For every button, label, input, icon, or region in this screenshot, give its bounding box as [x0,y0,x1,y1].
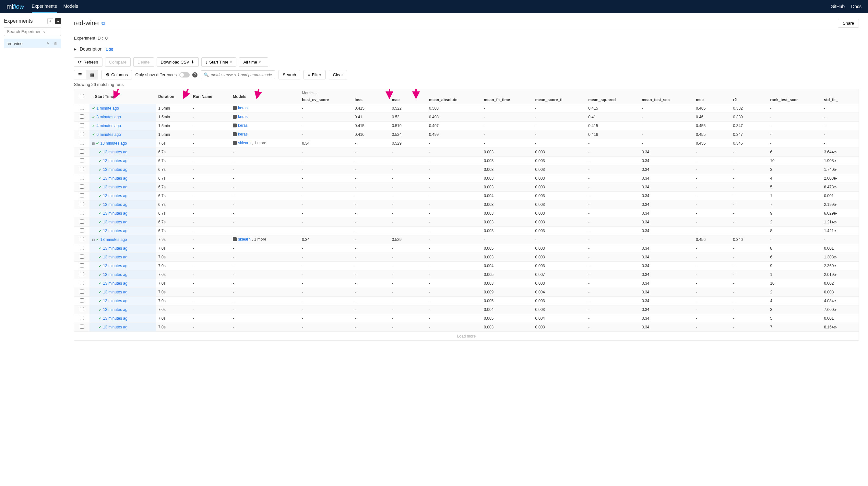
nav-link-github[interactable]: GitHub [831,4,845,9]
add-experiment-icon[interactable]: + [47,18,53,24]
row-checkbox[interactable] [80,263,84,268]
table-row[interactable]: ✔ 4 minutes ago1.5min-keras-0.4150.5190.… [74,122,859,130]
row-checkbox[interactable] [80,316,84,320]
run-link[interactable]: ✔ 13 minutes ag [99,290,127,294]
col-mae[interactable]: mae [389,96,426,104]
table-row[interactable]: ✔ 13 minutes ag7.0s------0.0090.004-0.34… [74,288,859,297]
run-link[interactable]: ✔ 13 minutes ag [99,185,127,189]
table-row[interactable]: ✔ 13 minutes ag6.7s------0.0030.003-0.34… [74,226,859,235]
diff-toggle[interactable] [179,72,190,78]
run-link[interactable]: ✔ 13 minutes ag [99,316,127,321]
search-experiments-input[interactable] [4,27,61,36]
caret-right-icon[interactable]: ▶ [74,47,76,51]
run-link[interactable]: ✔ 4 minutes ago [92,124,121,128]
row-checkbox[interactable] [80,272,84,276]
run-link[interactable]: ✔ 13 minutes ag [99,202,127,207]
col-r2[interactable]: r2 [731,96,768,104]
run-link[interactable]: ✔ 13 minutes ag [99,211,127,216]
metrics-group-header[interactable]: Metrics < [299,89,859,96]
table-row[interactable]: ✔ 13 minutes ag7.0s------0.0050.007-0.34… [74,270,859,279]
col-models[interactable]: Models [230,89,299,104]
run-link[interactable]: ✔ 13 minutes ag [99,255,127,260]
col-start-time[interactable]: ↓ Start Time [90,89,156,104]
table-row[interactable]: ✔ 13 minutes ag6.7s------0.0030.003-0.34… [74,165,859,174]
select-all-checkbox[interactable] [80,94,84,98]
columns-button[interactable]: ⚙Columns [101,70,132,80]
copy-icon[interactable]: ⧉ [101,21,105,26]
model-badge[interactable]: sklearn, 1 more [233,237,266,242]
row-checkbox[interactable] [80,281,84,285]
row-checkbox[interactable] [80,132,84,136]
row-checkbox[interactable] [80,202,84,206]
sort-dropdown[interactable]: ↓Start Time ▾ [202,57,237,67]
run-link[interactable]: ✔ 13 minutes ag [99,193,127,198]
run-link[interactable]: ✔ 13 minutes ag [99,158,127,163]
run-link[interactable]: ✔ 13 minutes ago [96,141,127,146]
row-checkbox[interactable] [80,158,84,162]
model-badge[interactable]: keras [233,132,247,136]
table-row[interactable]: ✔ 13 minutes ag6.7s------0.0040.003-0.34… [74,192,859,201]
filter-button[interactable]: ≡Filter [304,70,325,80]
row-checkbox[interactable] [80,325,84,329]
row-checkbox[interactable] [80,149,84,154]
table-row[interactable]: ⊟✔ 13 minutes ago7.6s-sklearn, 1 more0.3… [74,139,859,148]
run-link[interactable]: ✔ 13 minutes ag [99,229,127,233]
delete-icon[interactable]: 🗑 [53,40,58,47]
model-badge[interactable]: keras [233,106,247,110]
row-checkbox[interactable] [80,254,84,259]
run-link[interactable]: ✔ 13 minutes ag [99,167,127,172]
table-row[interactable]: ✔ 13 minutes ag6.7s------0.0030.003-0.34… [74,157,859,165]
search-button[interactable]: Search [279,70,300,80]
delete-button[interactable]: Delete [133,57,154,67]
nav-tab-models[interactable]: Models [64,0,78,13]
collapse-icon[interactable]: ⊟ [92,142,95,145]
row-checkbox[interactable] [80,307,84,311]
col-mean-squared[interactable]: mean_squared [586,96,639,104]
row-checkbox[interactable] [80,115,84,119]
col-duration[interactable]: Duration [156,89,190,104]
model-badge[interactable]: sklearn, 1 more [233,141,266,145]
run-link[interactable]: ✔ 13 minutes ag [99,264,127,268]
run-link[interactable]: ✔ 13 minutes ag [99,272,127,277]
collapse-sidebar-icon[interactable]: ◂ [55,18,61,24]
sidebar-item-red-wine[interactable]: red-wine ✎ 🗑 [4,38,61,48]
table-row[interactable]: ✔ 13 minutes ag6.7s------0.0030.003-0.34… [74,218,859,226]
row-checkbox[interactable] [80,298,84,303]
run-link[interactable]: ✔ 13 minutes ag [99,281,127,285]
table-row[interactable]: ✔ 13 minutes ag7.0s------0.0030.003-0.34… [74,323,859,332]
clear-button[interactable]: Clear [329,70,347,80]
table-row[interactable]: ✔ 13 minutes ag7.0s------0.0050.004-0.34… [74,314,859,323]
run-link[interactable]: ✔ 13 minutes ag [99,150,127,154]
nav-tab-experiments[interactable]: Experiments [32,0,57,13]
col-run-name[interactable]: Run Name [190,89,230,104]
col-best-cv-score[interactable]: best_cv_score [299,96,352,104]
row-checkbox[interactable] [80,106,84,110]
refresh-button[interactable]: ⟳Refresh [74,57,102,67]
run-link[interactable]: ✔ 3 minutes ago [92,115,121,119]
row-checkbox[interactable] [80,176,84,180]
model-badge[interactable]: keras [233,123,247,128]
row-checkbox[interactable] [80,219,84,224]
nav-link-docs[interactable]: Docs [851,4,862,9]
table-row[interactable]: ✔ 13 minutes ag6.7s------0.0030.003-0.34… [74,148,859,157]
run-link[interactable]: ✔ 13 minutes ag [99,176,127,181]
table-row[interactable]: ✔ 13 minutes ag6.7s------0.0030.003-0.34… [74,201,859,209]
table-row[interactable]: ⊟✔ 13 minutes ago7.9s-sklearn, 1 more0.3… [74,235,859,244]
col-mean-fit-time[interactable]: mean_fit_time [481,96,532,104]
row-checkbox[interactable] [80,184,84,189]
model-badge[interactable]: keras [233,115,247,119]
col-mse[interactable]: mse [693,96,731,104]
table-row[interactable]: ✔ 13 minutes ag6.7s------0.0030.003-0.34… [74,174,859,183]
help-icon[interactable]: ? [192,72,197,78]
compare-button[interactable]: Compare [105,57,131,67]
run-link[interactable]: ✔ 13 minutes ag [99,220,127,224]
row-checkbox[interactable] [80,211,84,215]
col-mean-test-scc[interactable]: mean_test_scc [639,96,693,104]
row-checkbox[interactable] [80,167,84,171]
edit-description-link[interactable]: Edit [106,47,113,52]
run-link[interactable]: ✔ 13 minutes ago [96,237,127,242]
table-row[interactable]: ✔ 13 minutes ag6.7s------0.0030.003-0.34… [74,183,859,192]
col-rank-test-scor[interactable]: rank_test_scor [768,96,821,104]
table-row[interactable]: ✔ 13 minutes ag7.0s------0.0040.003-0.34… [74,262,859,270]
col-mean-absolute[interactable]: mean_absolute [426,96,481,104]
